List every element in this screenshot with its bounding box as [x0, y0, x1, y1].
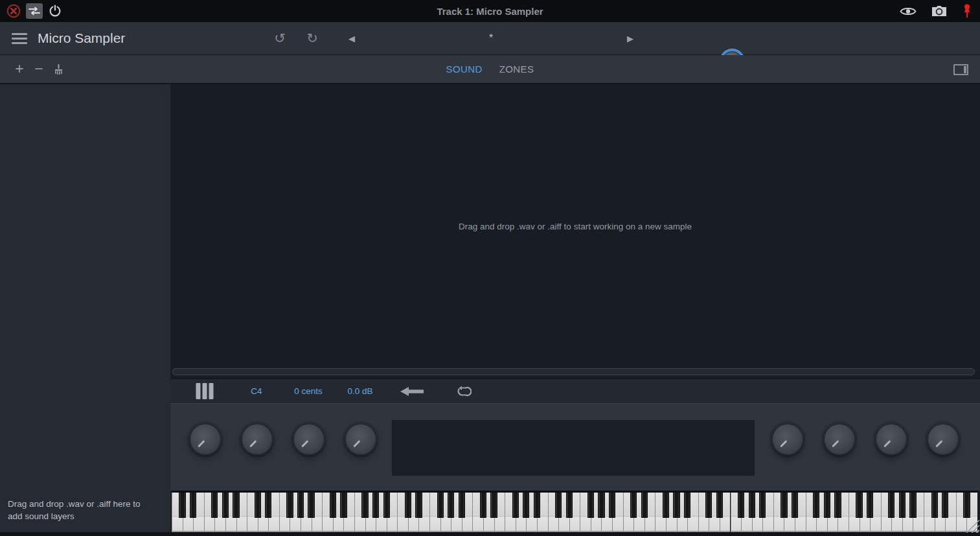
piano-key-black[interactable] [781, 493, 787, 518]
piano-key-black[interactable] [609, 493, 615, 518]
piano-key-black[interactable] [673, 493, 679, 518]
piano-key-black[interactable] [705, 493, 712, 518]
power-button[interactable] [47, 3, 63, 19]
piano-key-black[interactable] [856, 493, 862, 518]
sample-display [392, 420, 755, 476]
piano-key-black[interactable] [179, 493, 185, 518]
macro-knob-6[interactable] [824, 424, 855, 455]
piano-key-black[interactable] [663, 493, 669, 518]
editor-tabs: SOUND ZONES [0, 55, 980, 83]
piano-key-black[interactable] [265, 493, 271, 518]
piano-key-black[interactable] [834, 493, 841, 518]
macro-knob-8[interactable] [928, 424, 959, 455]
piano-key-black[interactable] [867, 493, 873, 518]
macro-knob-3[interactable] [293, 424, 325, 455]
panel-layout-icon [964, 66, 966, 73]
layers-drop-hint: Drag and drop .wav or .aiff here to add … [8, 498, 157, 523]
piano-key-black[interactable] [909, 493, 916, 518]
macro-knob-4[interactable] [345, 424, 376, 455]
macro-knob-7[interactable] [876, 424, 907, 455]
piano-key-black[interactable] [716, 493, 723, 518]
piano-key-black[interactable] [372, 493, 379, 518]
layers-panel[interactable]: Drag and drop .wav or .aiff here to add … [0, 84, 170, 532]
macro-knob-5[interactable] [772, 424, 803, 455]
tab-zones[interactable]: ZONES [499, 64, 534, 75]
piano-key-black[interactable] [963, 493, 970, 518]
keyboard-mode-button[interactable] [196, 379, 214, 403]
close-button[interactable] [5, 3, 22, 19]
link-toggle-button[interactable] [26, 3, 43, 19]
undo-button[interactable]: ↺ [272, 22, 288, 54]
macro-knob-1[interactable] [190, 424, 221, 455]
redo-button[interactable]: ↻ [304, 22, 320, 54]
reverse-button[interactable] [399, 379, 425, 403]
piano-key-black[interactable] [512, 493, 519, 518]
macro-knob-2[interactable] [242, 424, 273, 455]
pin-button[interactable] [962, 4, 972, 18]
eye-icon [900, 6, 917, 17]
piano-key-black[interactable] [437, 493, 444, 518]
piano-key-black[interactable] [899, 493, 906, 518]
piano-key-black[interactable] [286, 493, 293, 518]
piano-key-black[interactable] [361, 493, 368, 518]
piano-key-black[interactable] [749, 493, 755, 518]
piano-key-black[interactable] [233, 493, 239, 518]
piano-key-black[interactable] [190, 493, 196, 518]
piano-key-black[interactable] [888, 493, 895, 518]
gain-value[interactable]: 0.0 dB [347, 379, 372, 403]
piano-key-black[interactable] [942, 493, 948, 518]
piano-key-black[interactable] [587, 493, 594, 518]
piano-key-black[interactable] [340, 493, 347, 518]
piano-key-black[interactable] [534, 493, 540, 518]
horizontal-scrollbar[interactable] [172, 368, 975, 375]
piano-key-black[interactable] [255, 493, 261, 518]
piano-key-black[interactable] [415, 493, 422, 518]
previous-preset-button[interactable]: ◀ [344, 22, 359, 54]
piano-key-black[interactable] [684, 493, 690, 518]
menu-button[interactable] [12, 33, 27, 44]
piano-key-black[interactable] [480, 493, 486, 518]
piano-key-black[interactable] [211, 493, 218, 518]
piano-key-black[interactable] [297, 493, 304, 518]
plugin-header: Micro Sampler ↺ ↻ ◀ * ▶ [0, 22, 980, 55]
piano-key-black[interactable] [759, 493, 766, 518]
next-icon: ▶ [627, 34, 633, 43]
piano-key-black[interactable] [448, 493, 454, 518]
piano-key-black[interactable] [222, 493, 229, 518]
piano-key-black[interactable] [813, 493, 819, 518]
piano-key-black[interactable] [824, 493, 830, 518]
piano-key-black[interactable] [641, 493, 648, 518]
piano-key-black[interactable] [555, 493, 562, 518]
next-preset-button[interactable]: ▶ [622, 22, 638, 54]
hamburger-icon [12, 33, 27, 35]
arrow-left-icon [399, 386, 425, 397]
preview-eye-button[interactable] [900, 6, 917, 17]
swap-arrows-icon [28, 6, 40, 16]
piano-key-black[interactable] [566, 493, 573, 518]
piano-key-black[interactable] [630, 493, 637, 518]
piano-key-black[interactable] [931, 493, 938, 518]
sample-toolbar: C4 0 cents 0.0 dB [170, 379, 980, 403]
screenshot-button[interactable] [931, 5, 948, 17]
piano-key-black[interactable] [738, 493, 744, 518]
piano-key-black[interactable] [459, 493, 465, 518]
piano-key-black[interactable] [598, 493, 604, 518]
piano-key-black[interactable] [523, 493, 529, 518]
root-key-value[interactable]: C4 [251, 379, 262, 403]
piano-key-black[interactable] [308, 493, 314, 518]
camera-icon [931, 5, 948, 17]
piano-keys-icon [196, 383, 214, 399]
piano-key-black[interactable] [490, 493, 497, 518]
piano-key-black[interactable] [405, 493, 411, 518]
toggle-side-panel-button[interactable] [953, 64, 968, 75]
window-title: Track 1: Micro Sampler [0, 0, 980, 22]
detune-value[interactable]: 0 cents [294, 379, 323, 403]
loop-button[interactable] [456, 379, 472, 403]
undo-icon: ↺ [274, 30, 286, 46]
tab-sound[interactable]: SOUND [446, 64, 483, 75]
piano-key-black[interactable] [383, 493, 390, 518]
pin-icon [962, 4, 972, 18]
piano-key-black[interactable] [792, 493, 798, 518]
power-icon [49, 5, 62, 17]
piano-key-black[interactable] [330, 493, 336, 518]
